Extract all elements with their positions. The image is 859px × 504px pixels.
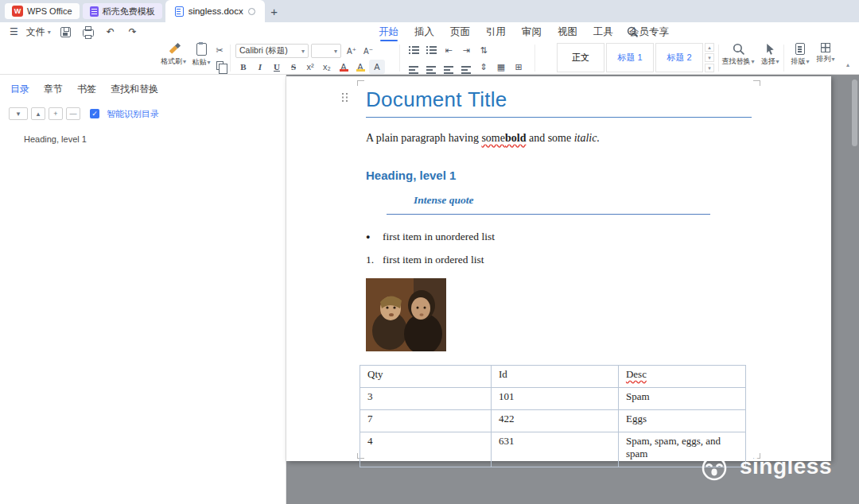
table-cell[interactable]: 4 [360,432,492,467]
gallery-down-button[interactable]: ▾ [705,53,714,62]
collapse-ribbon-button[interactable]: ▴ [840,57,856,72]
font-name-select[interactable]: Calibri (标题) ▾ [235,44,309,58]
select-button[interactable]: 选择▾ [757,43,783,73]
vertical-scrollbar[interactable] [852,79,857,146]
nav-tab-contents[interactable]: 目录 [10,83,29,96]
align-center-button[interactable] [423,60,439,74]
find-replace-button[interactable]: 查找替换▾ [722,43,754,73]
cut-button[interactable]: ✂ [212,43,227,57]
document-tab[interactable]: singless.docx [165,0,265,22]
style-normal[interactable]: 正文 [557,43,604,72]
toc-collapse-button[interactable]: ▴ [31,107,45,120]
document-page[interactable]: Document Title A plain paragraph having … [286,76,831,461]
toc-item-heading1[interactable]: Heading, level 1 [24,134,286,144]
table-header-cell[interactable]: Qty [360,366,492,388]
borders-button[interactable]: ⊞ [511,60,527,74]
redo-button[interactable]: ↷ [126,25,140,39]
numbered-list-button[interactable] [423,43,439,57]
table-cell[interactable]: 7 [360,410,492,432]
chevron-down-icon: ▾ [301,48,305,55]
gallery-more-button[interactable]: ▾ [705,64,714,72]
tab-page[interactable]: 页面 [442,22,478,41]
subscript-button[interactable]: x₂ [319,60,335,74]
tab-review[interactable]: 审阅 [514,22,550,41]
line-spacing-button[interactable]: ⇕ [476,60,492,74]
docer-template-tab[interactable]: 稻壳免费模板 [83,3,162,19]
heading-level-1[interactable]: Heading, level 1 [366,169,752,182]
list-number: 1. [366,254,383,266]
file-menu[interactable]: 文件 ▾ [26,25,51,39]
underline-button[interactable]: U [269,60,285,74]
table-cell[interactable]: Eggs [618,410,745,432]
table-cell[interactable]: 631 [491,432,618,467]
navigation-pane: 目录 章节 书签 查找和替换 ▾ ▴ + — ✓ 智能识别目录 Heading,… [0,75,286,504]
document-title[interactable]: Document Title [366,87,752,118]
misspelled-word: Desc [626,368,647,380]
paragraph-drag-handle-icon[interactable] [342,93,348,103]
outdent-button[interactable]: ⇤ [441,43,457,57]
table-cell[interactable]: 3 [360,388,492,410]
wps-home-tab[interactable]: W WPS Office [5,3,80,19]
style-heading1[interactable]: 标题 1 [606,43,654,72]
gallery-up-button[interactable]: ▴ [705,43,714,52]
document-table[interactable]: Qty Id Desc 3 101 Spam 7 422 Eggs [360,365,746,467]
shrink-font-button[interactable]: A⁻ [360,44,376,58]
table-cell[interactable]: 101 [491,388,618,410]
shading-button[interactable]: ▦ [493,60,509,74]
align-left-button[interactable] [406,60,422,74]
undo-button[interactable]: ↶ [103,25,118,39]
nav-tab-sections[interactable]: 章节 [44,83,63,96]
indent-button[interactable]: ⇥ [458,43,474,57]
bullet-list-icon [409,46,419,55]
bullet-list-button[interactable] [406,43,422,57]
printer-icon [83,29,94,37]
table-cell[interactable]: 422 [491,410,618,432]
copy-button[interactable] [212,58,227,72]
print-button[interactable] [81,25,95,39]
sync-status-icon[interactable] [248,8,255,15]
toc-zoom-out-button[interactable]: — [66,107,80,120]
save-button[interactable] [59,25,73,39]
tab-view[interactable]: 视图 [550,22,585,41]
new-tab-button[interactable]: + [266,3,282,19]
bold-button[interactable]: B [235,60,251,74]
smart-toc-checkbox[interactable]: ✓ [90,109,99,118]
body-paragraph[interactable]: A plain paragraph having somebold and so… [366,132,752,145]
font-color-button[interactable]: A [336,60,352,74]
tab-insert[interactable]: 插入 [406,22,442,41]
table-cell[interactable]: Spam [618,388,745,410]
document-photo[interactable] [366,278,446,351]
format-painter-button[interactable]: 格式刷▾ [161,43,186,73]
table-header-cell[interactable]: Desc [618,366,745,388]
strikethrough-button[interactable]: S [286,60,301,74]
style-heading2[interactable]: 标题 2 [655,43,703,72]
tab-references[interactable]: 引用 [478,22,514,41]
align-left-icon [409,66,418,68]
sort-button[interactable]: ⇅ [476,43,492,57]
table-header-cell[interactable]: Id [491,366,618,388]
highlight-button[interactable]: A [352,60,368,74]
nav-tab-find-replace[interactable]: 查找和替换 [111,83,158,96]
toc-zoom-in-button[interactable]: + [49,107,63,120]
main-menu-icon[interactable]: ☰ [10,26,18,37]
font-size-select[interactable]: ▾ [311,44,341,58]
grow-font-button[interactable]: A⁺ [344,44,360,58]
nav-tab-bookmarks[interactable]: 书签 [77,83,96,96]
unordered-list-item[interactable]: ● first item in unordered list [366,231,752,243]
toc-level-dropdown[interactable]: ▾ [9,107,28,120]
italic-button[interactable]: I [252,60,268,74]
intense-quote[interactable]: Intense quote [387,194,710,215]
ordered-list-item[interactable]: 1. first item in ordered list [366,254,752,266]
paste-button[interactable]: 粘贴▾ [189,43,214,73]
paragraph-run: A plain paragraph having [366,132,481,144]
tab-home[interactable]: 开始 [371,22,406,41]
align-right-button[interactable] [441,60,457,74]
justify-button[interactable] [458,60,474,74]
document-icon [175,6,184,17]
char-shading-button[interactable]: A [369,60,385,74]
search-icon[interactable] [627,26,638,40]
arrange-button[interactable]: 排列▾ [813,43,838,73]
typeset-button[interactable]: 排版▾ [787,43,813,73]
tab-tools[interactable]: 工具 [585,22,621,41]
superscript-button[interactable]: x² [302,60,318,74]
